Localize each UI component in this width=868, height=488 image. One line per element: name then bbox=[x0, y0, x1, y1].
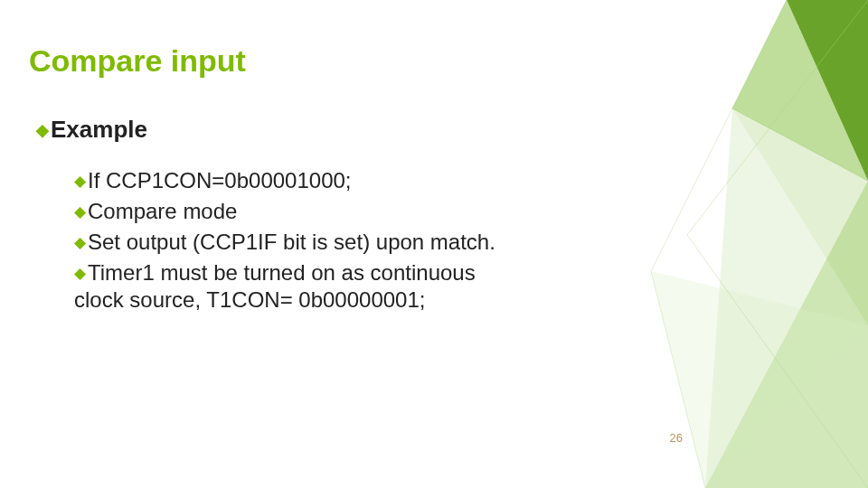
slide-title: Compare input bbox=[29, 43, 246, 79]
bullet-level2: ◆Set output (CCP1IF bit is set) upon mat… bbox=[74, 229, 506, 256]
diamond-bullet-icon: ◆ bbox=[74, 265, 86, 284]
diamond-bullet-icon: ◆ bbox=[74, 234, 86, 253]
bullet-text: If CCP1CON=0b00001000; bbox=[88, 168, 352, 192]
bullet-text: Example bbox=[51, 116, 147, 143]
svg-marker-5 bbox=[651, 271, 868, 488]
bullet-text: Timer1 must be turned on as continuous c… bbox=[74, 260, 476, 312]
page-number: 26 bbox=[670, 431, 683, 445]
bullet-text: Set output (CCP1IF bit is set) upon matc… bbox=[88, 230, 495, 254]
svg-marker-3 bbox=[705, 181, 868, 488]
svg-marker-2 bbox=[732, 108, 868, 325]
diamond-bullet-icon: ◆ bbox=[74, 173, 86, 192]
diamond-bullet-icon: ◆ bbox=[74, 203, 86, 222]
slide: Compare input ◆Example ◆If CCP1CON=0b000… bbox=[0, 0, 868, 488]
svg-marker-1 bbox=[732, 0, 868, 181]
bullet-level2: ◆Timer1 must be turned on as continuous … bbox=[74, 259, 506, 314]
bullet-text: Compare mode bbox=[88, 199, 237, 223]
svg-marker-0 bbox=[787, 0, 868, 181]
svg-marker-4 bbox=[705, 108, 868, 488]
slide-body: ◆Example ◆If CCP1CON=0b00001000; ◆Compar… bbox=[36, 116, 506, 317]
bullet-level2: ◆If CCP1CON=0b00001000; bbox=[74, 167, 506, 194]
bullet-level2: ◆Compare mode bbox=[74, 198, 506, 225]
bullet-level1: ◆Example bbox=[36, 116, 506, 144]
diamond-bullet-icon: ◆ bbox=[36, 121, 49, 141]
decorative-shapes bbox=[597, 0, 868, 488]
